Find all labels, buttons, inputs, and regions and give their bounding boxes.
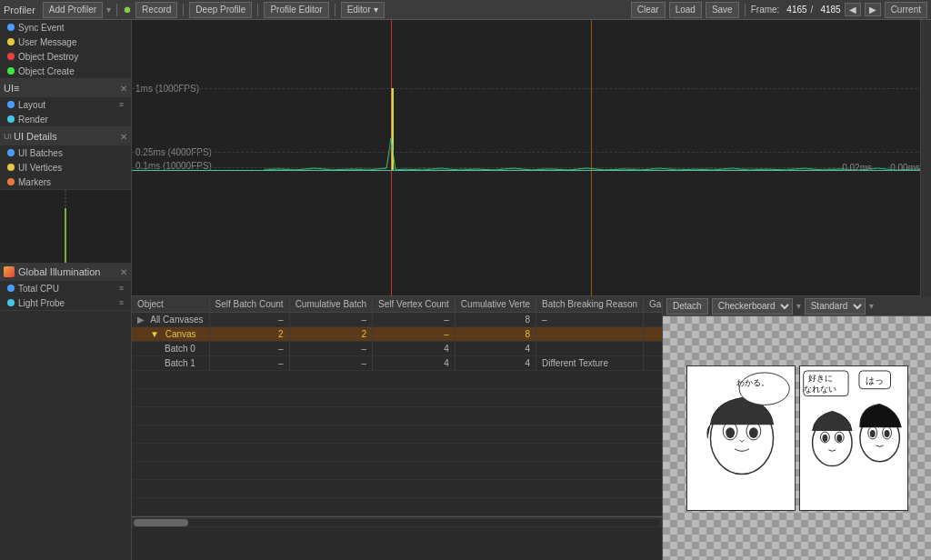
load-button[interactable]: Load: [669, 2, 702, 18]
sidebar-item-render[interactable]: Render: [0, 112, 131, 126]
manga-panel-1: わかる。: [686, 365, 796, 511]
light-probe-label: Light Probe: [18, 298, 65, 308]
ui-details-chart-area: [0, 190, 131, 263]
svg-text:はっ: はっ: [865, 375, 883, 385]
scroll-track[interactable]: [134, 519, 660, 526]
col-self-batch: Self Batch Count: [209, 296, 289, 313]
sidebar-item-sync-event[interactable]: Sync Event: [0, 20, 131, 35]
table-row-empty: [132, 425, 663, 444]
total-cpu-arrow: ≡: [119, 284, 124, 293]
self-vertex-cell: –: [373, 313, 455, 327]
object-create-dot: [7, 67, 15, 75]
markers-label: Markers: [18, 177, 51, 187]
gi-header[interactable]: Global Illumination ✕: [0, 263, 131, 281]
sidebar-item-light-probe[interactable]: Light Probe ≡: [0, 295, 131, 310]
svg-point-8: [748, 427, 757, 438]
detach-button[interactable]: Detach: [666, 298, 708, 315]
add-profiler-button[interactable]: Add Profiler: [43, 2, 103, 18]
col-cumulative-vertex: Cumulative Verte: [455, 296, 536, 313]
preview-canvas[interactable]: わかる。: [663, 316, 931, 560]
ui-details-section: UI UI Details ✕ UI Batches UI Vertices M…: [0, 127, 131, 190]
editor-button[interactable]: Editor ▾: [341, 2, 385, 18]
profiler-table: Object Self Batch Count Cumulative Batch…: [132, 296, 663, 516]
svg-text:わかる。: わかる。: [736, 378, 768, 387]
total-cpu-dot: [7, 285, 15, 292]
table-row[interactable]: ▶ All Canvases – – – 8 –: [132, 313, 663, 327]
svg-text:好きに: 好きに: [807, 374, 832, 383]
table-row[interactable]: ▼ Canvas 2 2 – 8: [132, 327, 663, 342]
right-scrollbar[interactable]: [920, 20, 931, 297]
batch-breaking-cell: [536, 342, 644, 356]
svg-point-15: [822, 435, 827, 442]
ui-details-header[interactable]: UI UI Details ✕: [0, 127, 131, 145]
profile-editor-button[interactable]: Profile Editor: [264, 2, 328, 18]
table-scrollbar[interactable]: [132, 516, 662, 527]
svg-point-20: [869, 430, 875, 437]
separator-2: [183, 4, 184, 16]
sidebar-item-object-create[interactable]: Object Create: [0, 64, 131, 78]
save-button[interactable]: Save: [706, 2, 739, 18]
light-probe-dot: [7, 299, 15, 306]
right-panel: 1ms (1000FPS) 0.25ms (4000FPS) 0.1ms (10…: [132, 20, 931, 560]
preview-toolbar: Detach Checkerboard ▾ Standard ▾: [663, 296, 931, 316]
ui-batches-dot: [7, 149, 15, 156]
separator-4: [335, 4, 335, 16]
expand-icon[interactable]: ▶: [137, 315, 145, 325]
table-area[interactable]: Object Self Batch Count Cumulative Batch…: [132, 296, 663, 560]
total-cpu-label: Total CPU: [18, 284, 59, 294]
chart-area[interactable]: 1ms (1000FPS) 0.25ms (4000FPS) 0.1ms (10…: [132, 20, 931, 296]
sidebar-item-user-message[interactable]: User Message: [0, 35, 131, 49]
layout-label: Layout: [18, 100, 45, 110]
sidebar-item-markers[interactable]: Markers: [0, 175, 131, 189]
clear-button[interactable]: Clear: [631, 2, 666, 18]
gi-close-btn[interactable]: ✕: [120, 267, 127, 277]
ui-label: UI: [4, 83, 14, 94]
top-toolbar: Profiler Add Profiler ▾ ⏺ Record Deep Pr…: [0, 0, 931, 20]
object-destroy-dot: [7, 53, 15, 60]
standard-select[interactable]: Standard: [805, 298, 866, 315]
dropdown-arrow[interactable]: ▾: [106, 5, 111, 15]
sidebar-item-object-destroy[interactable]: Object Destroy: [0, 49, 131, 64]
separator-3: [257, 4, 258, 16]
separator-1: [116, 4, 117, 16]
ui-details-chart: [0, 190, 131, 263]
ui-details-icon: UI: [4, 132, 12, 141]
record-button[interactable]: Record: [135, 2, 177, 18]
table-row[interactable]: Batch 0 – – 4 4: [132, 342, 663, 356]
sidebar: Sync Event User Message Object Destroy O…: [0, 20, 132, 560]
sidebar-item-ui-batches[interactable]: UI Batches: [0, 145, 131, 160]
current-button[interactable]: Current: [885, 2, 927, 18]
ui-close-btn[interactable]: ✕: [120, 84, 127, 94]
sidebar-item-ui-vertices[interactable]: UI Vertices: [0, 160, 131, 175]
profiler-title: Profiler: [4, 5, 35, 15]
user-message-label: User Message: [18, 37, 76, 47]
ui-section-header[interactable]: UI ≡ ✕: [0, 79, 131, 97]
sidebar-item-layout[interactable]: Layout ≡: [0, 97, 131, 112]
light-probe-arrow: ≡: [119, 298, 124, 307]
ui-details-close-btn[interactable]: ✕: [120, 132, 127, 142]
checkerboard-select[interactable]: Checkerboard: [712, 298, 793, 315]
cumulative-vertex-cell: 8: [455, 327, 536, 342]
scroll-thumb[interactable]: [134, 519, 188, 526]
gameobj-cell: [644, 342, 663, 356]
col-self-vertex: Self Vertex Count: [373, 296, 455, 313]
table-row-empty: [132, 462, 663, 480]
prev-frame-button[interactable]: ◀: [845, 3, 861, 16]
cumulative-vertex-cell: 4: [455, 342, 536, 356]
table-row[interactable]: Batch 1 – – 4 4 Different Texture: [132, 356, 663, 371]
sidebar-item-total-cpu[interactable]: Total CPU ≡: [0, 281, 131, 295]
deep-profile-button[interactable]: Deep Profile: [189, 2, 252, 18]
object-name-cell: ▶ All Canvases: [132, 313, 209, 327]
col-object: Object: [132, 296, 209, 313]
collapse-icon[interactable]: ▼: [150, 329, 159, 339]
col-gameobj: GameObj: [644, 296, 663, 313]
svg-point-16: [836, 435, 842, 442]
table-row-empty: [132, 480, 663, 498]
object-name-cell: ▼ Canvas: [132, 327, 209, 342]
object-destroy-label: Object Destroy: [18, 52, 78, 62]
manga-drawing-1: わかる。: [687, 366, 796, 510]
cumulative-batch-cell: –: [289, 356, 372, 371]
table-row-empty: [132, 407, 663, 425]
sync-event-label: Sync Event: [18, 23, 65, 33]
next-frame-button[interactable]: ▶: [865, 3, 881, 16]
